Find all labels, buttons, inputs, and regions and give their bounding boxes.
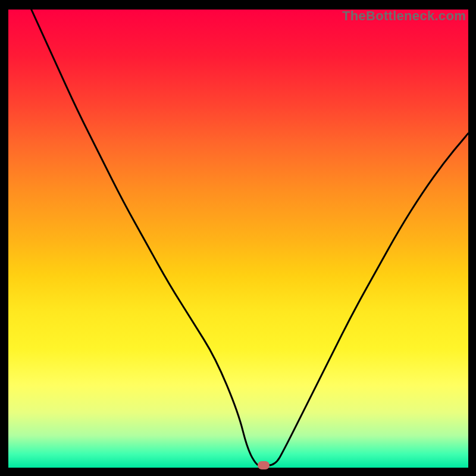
bottleneck-curve: [8, 10, 468, 468]
optimal-point-marker: [258, 461, 270, 469]
plot-area: TheBottleneck.com: [8, 10, 468, 468]
chart-container: TheBottleneck.com: [0, 0, 476, 476]
